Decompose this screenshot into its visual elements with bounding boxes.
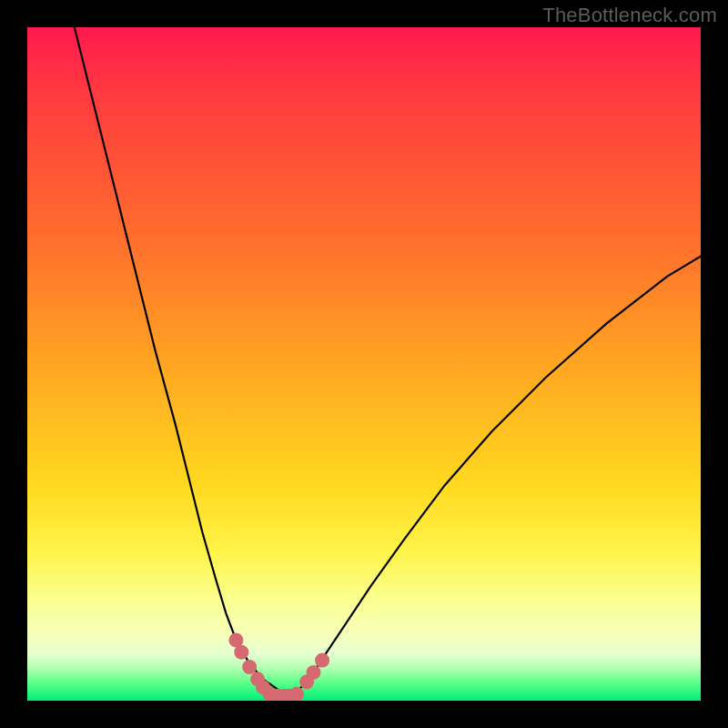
- highlight-dot: [289, 687, 304, 701]
- highlight-dot: [315, 653, 329, 668]
- plot-area: [27, 27, 701, 701]
- highlight-dot: [307, 665, 321, 680]
- highlight-markers: [228, 632, 329, 701]
- bottleneck-curve: [75, 27, 701, 694]
- highlight-dot: [234, 645, 248, 660]
- watermark-text: TheBottleneck.com: [542, 4, 717, 27]
- curve-svg: [27, 27, 701, 701]
- chart-frame: TheBottleneck.com: [0, 0, 728, 728]
- highlight-dot: [242, 660, 257, 674]
